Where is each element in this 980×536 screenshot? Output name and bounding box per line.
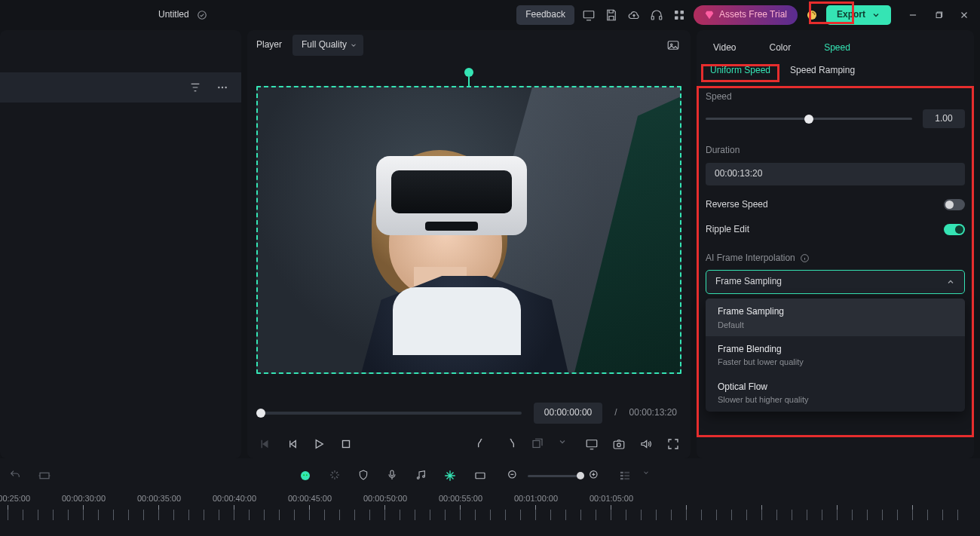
filter-icon[interactable] [187, 79, 204, 96]
microphone-icon[interactable] [386, 469, 398, 482]
ripple-edit-toggle[interactable] [944, 224, 965, 235]
chevron-down-icon [871, 11, 880, 20]
aspect-icon[interactable] [473, 469, 487, 482]
device-icon[interactable] [580, 7, 597, 23]
ai-avatar-icon[interactable] [299, 469, 312, 482]
headphones-icon[interactable] [648, 7, 665, 23]
subtab-uniform-speed[interactable]: Uniform Speed [710, 65, 770, 77]
option-frame-blending[interactable]: Frame Blending Faster but lower quality [706, 336, 965, 374]
speed-value[interactable]: 1.00 [923, 109, 965, 129]
chevron-down-icon[interactable] [642, 469, 656, 482]
export-button[interactable]: Export [826, 5, 891, 25]
playhead-marker-icon[interactable] [464, 68, 473, 77]
duration-input[interactable]: 00:00:13:20 [706, 163, 965, 185]
prev-clip-icon[interactable] [258, 437, 271, 451]
quality-value: Full Quality [302, 39, 347, 51]
cloud-icon[interactable] [626, 7, 642, 23]
subtab-speed-ramping[interactable]: Speed Ramping [790, 65, 855, 77]
ratio-icon[interactable] [531, 437, 544, 451]
current-time: 00:00:00:00 [534, 403, 602, 424]
chevron-down-icon[interactable] [558, 437, 571, 451]
frame-interpolation-value: Frame Sampling [715, 276, 782, 288]
music-icon[interactable] [415, 469, 427, 482]
play-icon[interactable] [312, 437, 326, 451]
svg-point-23 [303, 474, 305, 476]
mark-in-icon[interactable] [476, 437, 490, 451]
reverse-speed-toggle[interactable] [944, 199, 965, 210]
feedback-button[interactable]: Feedback [516, 5, 574, 25]
option-frame-sampling[interactable]: Frame Sampling Default [706, 299, 965, 336]
tab-speed[interactable]: Speed [821, 41, 853, 56]
svg-rect-3 [660, 17, 662, 20]
assets-trial-label: Assets Free Trial [719, 9, 787, 21]
zoom-in-icon[interactable] [588, 469, 602, 482]
svg-point-12 [225, 87, 226, 88]
total-time: 00:00:13:20 [629, 407, 677, 419]
speed-slider-thumb[interactable] [804, 115, 813, 124]
window-minimize-icon[interactable] [905, 7, 921, 23]
duration-label: Duration [706, 145, 965, 157]
timeline-zoom[interactable] [507, 469, 602, 482]
mark-out-icon[interactable] [504, 437, 517, 451]
topbar: Untitled Feedback Assets Free Trial [0, 0, 980, 30]
volume-icon[interactable] [639, 437, 653, 451]
crop-icon[interactable] [38, 469, 51, 482]
stop-icon[interactable] [339, 437, 353, 451]
tab-video[interactable]: Video [710, 41, 739, 56]
more-icon[interactable] [214, 79, 231, 96]
apps-grid-icon[interactable] [671, 7, 688, 23]
scrub-thumb[interactable] [256, 409, 265, 418]
svg-rect-1 [583, 11, 594, 18]
svg-point-27 [423, 476, 425, 478]
svg-rect-25 [390, 470, 394, 476]
sparkle-icon[interactable] [329, 469, 341, 482]
svg-rect-32 [620, 475, 623, 476]
svg-rect-28 [476, 473, 485, 479]
quality-dropdown[interactable]: Full Quality [292, 35, 363, 56]
svg-rect-2 [651, 17, 654, 20]
reverse-speed-label: Reverse Speed [706, 199, 768, 211]
svg-rect-9 [936, 13, 941, 17]
tab-color[interactable]: Color [766, 41, 794, 56]
svg-rect-35 [624, 475, 629, 476]
speed-label: Speed [706, 91, 965, 103]
save-icon[interactable] [603, 7, 620, 23]
scrub-track[interactable] [261, 412, 522, 415]
speed-slider[interactable] [706, 118, 912, 120]
credits-coin-icon[interactable] [804, 7, 820, 23]
frame-interpolation-select[interactable]: Frame Sampling [706, 270, 965, 294]
svg-rect-7 [680, 17, 684, 20]
image-preview-icon[interactable] [665, 37, 681, 54]
svg-rect-4 [675, 11, 678, 14]
snapshot-icon[interactable] [612, 437, 626, 451]
window-close-icon[interactable] [956, 7, 972, 23]
svg-rect-33 [620, 478, 623, 479]
info-icon[interactable] [800, 253, 810, 263]
svg-point-11 [222, 87, 223, 88]
shield-icon[interactable] [357, 469, 369, 482]
player-label: Player [256, 39, 282, 51]
enhance-icon[interactable] [443, 469, 457, 482]
step-back-icon[interactable] [285, 437, 299, 451]
zoom-out-icon[interactable] [507, 469, 520, 482]
track-layers-icon[interactable] [618, 469, 632, 482]
display-icon[interactable] [585, 437, 599, 451]
frame-interpolation-options: Frame Sampling Default Frame Blending Fa… [706, 299, 965, 412]
window-restore-icon[interactable] [930, 7, 947, 23]
ruler-mark: 00:01:05:00 [611, 493, 686, 531]
svg-rect-6 [675, 17, 678, 20]
svg-rect-17 [586, 440, 597, 447]
option-optical-flow[interactable]: Optical Flow Slower but higher quality [706, 374, 965, 412]
svg-rect-31 [620, 472, 623, 473]
assets-trial-button[interactable]: Assets Free Trial [694, 5, 798, 25]
timeline-ruler[interactable]: 00:00:25:0000:00:30:0000:00:35:0000:00:4… [8, 493, 972, 531]
diamond-icon [704, 10, 715, 20]
svg-point-24 [306, 474, 308, 476]
svg-point-10 [218, 87, 219, 88]
inspector-panel: Video Color Speed Uniform Speed Speed Ra… [697, 30, 974, 458]
video-preview[interactable] [256, 86, 681, 374]
fullscreen-icon[interactable] [666, 437, 680, 451]
svg-point-19 [617, 443, 621, 447]
ripple-edit-label: Ripple Edit [706, 224, 749, 236]
undo-icon[interactable] [9, 469, 21, 482]
